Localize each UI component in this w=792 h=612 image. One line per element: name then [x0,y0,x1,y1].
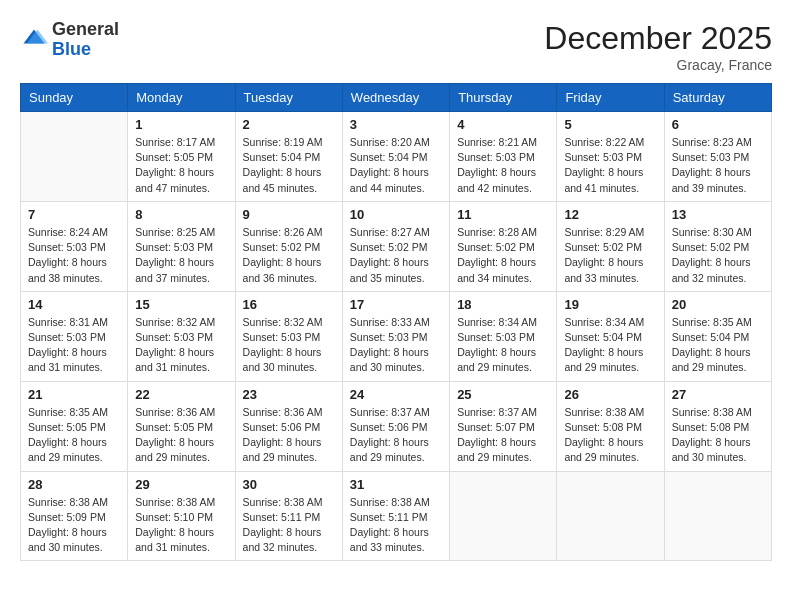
logo-icon [20,26,48,54]
day-number: 29 [135,477,227,492]
day-info: Sunrise: 8:22 AM Sunset: 5:03 PM Dayligh… [564,135,656,196]
day-number: 21 [28,387,120,402]
day-info: Sunrise: 8:24 AM Sunset: 5:03 PM Dayligh… [28,225,120,286]
day-cell: 4Sunrise: 8:21 AM Sunset: 5:03 PM Daylig… [450,112,557,202]
day-info: Sunrise: 8:38 AM Sunset: 5:09 PM Dayligh… [28,495,120,556]
weekday-header-sunday: Sunday [21,84,128,112]
day-number: 18 [457,297,549,312]
day-cell: 27Sunrise: 8:38 AM Sunset: 5:08 PM Dayli… [664,381,771,471]
day-number: 12 [564,207,656,222]
day-number: 30 [243,477,335,492]
day-cell: 13Sunrise: 8:30 AM Sunset: 5:02 PM Dayli… [664,201,771,291]
day-info: Sunrise: 8:38 AM Sunset: 5:08 PM Dayligh… [564,405,656,466]
day-cell: 28Sunrise: 8:38 AM Sunset: 5:09 PM Dayli… [21,471,128,561]
day-info: Sunrise: 8:19 AM Sunset: 5:04 PM Dayligh… [243,135,335,196]
week-row-1: 1Sunrise: 8:17 AM Sunset: 5:05 PM Daylig… [21,112,772,202]
weekday-header-tuesday: Tuesday [235,84,342,112]
day-cell: 24Sunrise: 8:37 AM Sunset: 5:06 PM Dayli… [342,381,449,471]
day-cell: 3Sunrise: 8:20 AM Sunset: 5:04 PM Daylig… [342,112,449,202]
day-info: Sunrise: 8:17 AM Sunset: 5:05 PM Dayligh… [135,135,227,196]
day-info: Sunrise: 8:31 AM Sunset: 5:03 PM Dayligh… [28,315,120,376]
page-header: General Blue December 2025 Gracay, Franc… [20,20,772,73]
day-cell: 2Sunrise: 8:19 AM Sunset: 5:04 PM Daylig… [235,112,342,202]
day-cell: 30Sunrise: 8:38 AM Sunset: 5:11 PM Dayli… [235,471,342,561]
day-cell: 17Sunrise: 8:33 AM Sunset: 5:03 PM Dayli… [342,291,449,381]
day-cell: 31Sunrise: 8:38 AM Sunset: 5:11 PM Dayli… [342,471,449,561]
day-info: Sunrise: 8:23 AM Sunset: 5:03 PM Dayligh… [672,135,764,196]
day-cell [21,112,128,202]
week-row-2: 7Sunrise: 8:24 AM Sunset: 5:03 PM Daylig… [21,201,772,291]
logo: General Blue [20,20,119,60]
day-number: 3 [350,117,442,132]
day-number: 25 [457,387,549,402]
location-label: Gracay, France [544,57,772,73]
day-info: Sunrise: 8:21 AM Sunset: 5:03 PM Dayligh… [457,135,549,196]
weekday-header-saturday: Saturday [664,84,771,112]
day-number: 16 [243,297,335,312]
month-title: December 2025 [544,20,772,57]
day-cell: 7Sunrise: 8:24 AM Sunset: 5:03 PM Daylig… [21,201,128,291]
day-number: 24 [350,387,442,402]
day-number: 26 [564,387,656,402]
day-number: 22 [135,387,227,402]
day-cell [557,471,664,561]
day-number: 17 [350,297,442,312]
weekday-header-wednesday: Wednesday [342,84,449,112]
day-info: Sunrise: 8:28 AM Sunset: 5:02 PM Dayligh… [457,225,549,286]
day-info: Sunrise: 8:27 AM Sunset: 5:02 PM Dayligh… [350,225,442,286]
day-cell [450,471,557,561]
day-number: 8 [135,207,227,222]
day-number: 23 [243,387,335,402]
day-info: Sunrise: 8:38 AM Sunset: 5:11 PM Dayligh… [350,495,442,556]
day-number: 10 [350,207,442,222]
day-cell: 19Sunrise: 8:34 AM Sunset: 5:04 PM Dayli… [557,291,664,381]
day-info: Sunrise: 8:37 AM Sunset: 5:06 PM Dayligh… [350,405,442,466]
day-number: 19 [564,297,656,312]
day-cell: 12Sunrise: 8:29 AM Sunset: 5:02 PM Dayli… [557,201,664,291]
day-cell: 6Sunrise: 8:23 AM Sunset: 5:03 PM Daylig… [664,112,771,202]
day-cell: 26Sunrise: 8:38 AM Sunset: 5:08 PM Dayli… [557,381,664,471]
day-info: Sunrise: 8:38 AM Sunset: 5:11 PM Dayligh… [243,495,335,556]
day-number: 6 [672,117,764,132]
day-info: Sunrise: 8:36 AM Sunset: 5:06 PM Dayligh… [243,405,335,466]
day-cell: 18Sunrise: 8:34 AM Sunset: 5:03 PM Dayli… [450,291,557,381]
day-cell: 11Sunrise: 8:28 AM Sunset: 5:02 PM Dayli… [450,201,557,291]
day-info: Sunrise: 8:26 AM Sunset: 5:02 PM Dayligh… [243,225,335,286]
day-number: 1 [135,117,227,132]
day-info: Sunrise: 8:34 AM Sunset: 5:03 PM Dayligh… [457,315,549,376]
weekday-header-monday: Monday [128,84,235,112]
day-cell: 29Sunrise: 8:38 AM Sunset: 5:10 PM Dayli… [128,471,235,561]
weekday-header-friday: Friday [557,84,664,112]
day-number: 31 [350,477,442,492]
day-info: Sunrise: 8:32 AM Sunset: 5:03 PM Dayligh… [243,315,335,376]
day-number: 13 [672,207,764,222]
day-info: Sunrise: 8:20 AM Sunset: 5:04 PM Dayligh… [350,135,442,196]
day-info: Sunrise: 8:38 AM Sunset: 5:10 PM Dayligh… [135,495,227,556]
day-number: 11 [457,207,549,222]
calendar-table: SundayMondayTuesdayWednesdayThursdayFrid… [20,83,772,561]
day-number: 4 [457,117,549,132]
day-cell: 16Sunrise: 8:32 AM Sunset: 5:03 PM Dayli… [235,291,342,381]
day-number: 2 [243,117,335,132]
day-cell: 9Sunrise: 8:26 AM Sunset: 5:02 PM Daylig… [235,201,342,291]
day-number: 7 [28,207,120,222]
day-info: Sunrise: 8:25 AM Sunset: 5:03 PM Dayligh… [135,225,227,286]
day-number: 14 [28,297,120,312]
day-info: Sunrise: 8:30 AM Sunset: 5:02 PM Dayligh… [672,225,764,286]
day-cell: 14Sunrise: 8:31 AM Sunset: 5:03 PM Dayli… [21,291,128,381]
day-number: 20 [672,297,764,312]
day-cell: 5Sunrise: 8:22 AM Sunset: 5:03 PM Daylig… [557,112,664,202]
day-cell: 22Sunrise: 8:36 AM Sunset: 5:05 PM Dayli… [128,381,235,471]
day-cell: 8Sunrise: 8:25 AM Sunset: 5:03 PM Daylig… [128,201,235,291]
day-cell: 20Sunrise: 8:35 AM Sunset: 5:04 PM Dayli… [664,291,771,381]
week-row-5: 28Sunrise: 8:38 AM Sunset: 5:09 PM Dayli… [21,471,772,561]
logo-blue-text: Blue [52,39,91,59]
day-number: 9 [243,207,335,222]
title-section: December 2025 Gracay, France [544,20,772,73]
day-cell: 1Sunrise: 8:17 AM Sunset: 5:05 PM Daylig… [128,112,235,202]
day-number: 27 [672,387,764,402]
day-info: Sunrise: 8:32 AM Sunset: 5:03 PM Dayligh… [135,315,227,376]
day-number: 15 [135,297,227,312]
logo-general-text: General [52,19,119,39]
day-info: Sunrise: 8:35 AM Sunset: 5:05 PM Dayligh… [28,405,120,466]
